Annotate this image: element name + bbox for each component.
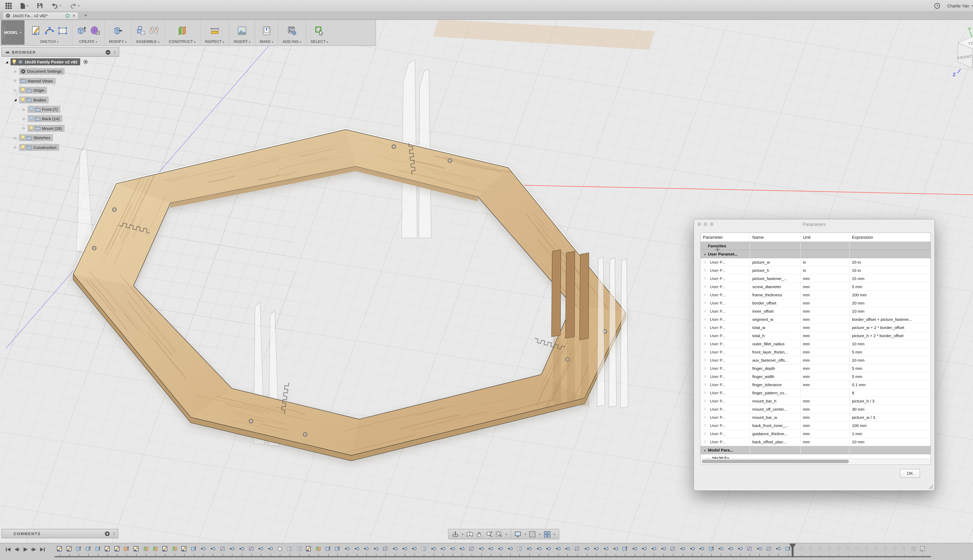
timeline-feature-sketch-icon[interactable] xyxy=(66,546,72,552)
play-icon[interactable] xyxy=(22,547,28,552)
look-at-icon[interactable] xyxy=(466,531,473,538)
minimize-window-icon[interactable] xyxy=(704,222,707,226)
timeline-feature-extrude-icon[interactable] xyxy=(622,546,628,552)
wood-frame-body[interactable] xyxy=(73,130,626,461)
timeline-feature-hole-icon[interactable] xyxy=(718,546,724,552)
param-expression[interactable]: picture_h + 2 * border_offset xyxy=(849,332,930,340)
timeline-feature-fillet-icon[interactable] xyxy=(575,546,580,552)
press-pull-icon[interactable] xyxy=(113,25,123,36)
select-icon[interactable] xyxy=(314,25,324,36)
timeline-feature-hole-icon[interactable] xyxy=(594,546,599,552)
param-expression[interactable]: 0.1 mm xyxy=(849,381,930,388)
timeline-feature-planes-icon[interactable] xyxy=(143,546,149,552)
toolbar-group-make[interactable]: MAKE ▼ xyxy=(255,20,278,45)
bulb-yellow-icon[interactable] xyxy=(12,59,16,65)
timeline-feature-hole-icon[interactable] xyxy=(527,546,532,552)
param-group-favorites[interactable]: Favorites xyxy=(700,242,931,250)
param-row-inner-offset[interactable]: ☆User P... inner_offset mm 10 mm xyxy=(700,307,931,315)
param-row-border-offset[interactable]: ☆User P... border_offset mm 20 mm xyxy=(700,299,931,307)
new-component-icon[interactable] xyxy=(136,25,146,36)
timeline-feature-fillet-icon[interactable] xyxy=(670,546,676,552)
timeline-feature-hole-icon[interactable] xyxy=(680,546,685,552)
step-back-icon[interactable] xyxy=(13,547,20,552)
close-window-icon[interactable] xyxy=(697,222,701,226)
display-settings-icon[interactable] xyxy=(515,531,522,538)
param-expression[interactable]: 20 in xyxy=(849,258,930,266)
timeline-feature-hole-icon[interactable] xyxy=(229,546,235,552)
folder-icon[interactable] xyxy=(27,98,32,102)
timeline-feature-hole-icon[interactable] xyxy=(363,546,369,552)
redo-button[interactable]: ▼ xyxy=(70,3,80,8)
param-row-total-h[interactable]: ☆User P... total_h mm picture_h + 2 * bo… xyxy=(700,332,931,340)
timeline-feature-hole-icon[interactable] xyxy=(450,546,455,552)
app-grid-icon[interactable] xyxy=(5,3,12,9)
timeline-feature-sketch-icon[interactable] xyxy=(920,546,926,552)
param-name[interactable]: back_front_inner_... xyxy=(750,422,801,429)
param-name[interactable]: aux_fastener_offs... xyxy=(750,356,801,364)
timeline-feature-hole-icon[interactable] xyxy=(392,546,398,552)
collapse-icon[interactable]: ◢ xyxy=(5,60,9,63)
param-name[interactable]: picture_fastener_... xyxy=(750,275,801,282)
timeline-feature-fillet-icon[interactable] xyxy=(383,546,388,552)
cube-icon[interactable] xyxy=(18,59,23,64)
timeline-feature-hole-icon[interactable] xyxy=(431,546,436,552)
expand-icon[interactable]: ▷ xyxy=(22,108,26,111)
param-name[interactable]: finger_depth xyxy=(750,364,801,372)
mount-bars[interactable] xyxy=(552,250,589,406)
timeline-feature-hole-icon[interactable] xyxy=(488,546,494,552)
favorite-star-icon[interactable]: ☆ xyxy=(703,356,707,364)
timeline-feature-fillet-icon[interactable] xyxy=(220,546,225,552)
browser-item-origin[interactable]: ▷Origin xyxy=(13,86,47,95)
param-expression[interactable]: 10 mm xyxy=(849,438,930,446)
timeline-feature-hole-icon[interactable] xyxy=(498,546,503,552)
grid-display-icon[interactable] xyxy=(529,531,536,538)
timeline-feature-hole-icon[interactable] xyxy=(565,546,570,552)
user-menu[interactable]: Charlie Yan▼ xyxy=(947,3,973,8)
step-forward-icon[interactable] xyxy=(31,547,37,552)
bulb-yellow-icon[interactable] xyxy=(21,135,25,140)
timeline-feature-mirror-icon[interactable] xyxy=(297,546,302,552)
param-expression[interactable]: 100 mm xyxy=(849,291,930,299)
favorite-star-icon[interactable]: ☆ xyxy=(703,258,707,266)
timeline-feature-hole-icon[interactable] xyxy=(737,546,743,552)
param-name[interactable]: mount_bar_w xyxy=(750,413,801,421)
favorite-star-icon[interactable]: ☆ xyxy=(703,389,707,397)
timeline-feature-hole-icon[interactable] xyxy=(757,546,762,552)
param-name[interactable]: outer_fillet_radius xyxy=(750,340,801,348)
param-row-aux-fastener-offs[interactable]: ☆User P... aux_fastener_offs... mm 10 mm xyxy=(700,356,931,364)
timeline-feature-hole-icon[interactable] xyxy=(555,546,561,552)
param-row-finger-depth[interactable]: ☆User P... finger_depth mm 5 mm xyxy=(700,364,931,373)
timeline-feature-extrude-icon[interactable] xyxy=(335,546,340,552)
timeline-feature-hole-icon[interactable] xyxy=(632,546,637,552)
param-expression[interactable]: 5 mm xyxy=(849,348,930,356)
param-name[interactable]: frame_thickness xyxy=(750,291,801,299)
folder-icon[interactable] xyxy=(27,145,32,149)
timeline-feature-hole-icon[interactable] xyxy=(661,546,666,552)
param-name[interactable]: picture_w xyxy=(750,258,801,266)
viewports-icon[interactable] xyxy=(544,531,551,538)
insert-image-icon[interactable] xyxy=(237,25,247,36)
collapse-icon[interactable]: ◢ xyxy=(13,98,18,102)
timeline-feature-mirror-icon[interactable] xyxy=(287,546,292,552)
folder-icon[interactable] xyxy=(27,135,32,140)
timeline-feature-hole-icon[interactable] xyxy=(440,546,446,552)
param-row-frame-thickness[interactable]: ☆User P... frame_thickness mm 100 mm xyxy=(700,291,931,299)
param-name[interactable]: finger_pattern_co... xyxy=(750,389,801,397)
timeline-feature-hole-icon[interactable] xyxy=(460,546,465,552)
collapse-panel-icon[interactable]: ◀◀ xyxy=(5,50,8,54)
param-expression[interactable]: 15 mm xyxy=(849,275,930,282)
timeline-feature-hole-icon[interactable] xyxy=(776,546,781,552)
param-expression[interactable]: 5 mm xyxy=(849,373,930,380)
param-row-finger-width[interactable]: ☆User P... finger_width mm 5 mm xyxy=(700,373,931,381)
favorite-star-icon[interactable]: ☆ xyxy=(703,397,707,405)
favorite-star-icon[interactable]: ☆ xyxy=(703,430,707,438)
timeline-feature-hole-icon[interactable] xyxy=(239,546,244,552)
timeline-feature-extrude-icon[interactable] xyxy=(709,546,714,552)
param-row-mount-off-center[interactable]: ☆User P... mount_off_center... mm 30 mm xyxy=(700,405,931,413)
favorite-star-icon[interactable]: ☆ xyxy=(703,422,707,429)
save-button[interactable] xyxy=(37,3,43,8)
timeline-feature-extrude-icon[interactable] xyxy=(76,546,82,552)
timeline-feature-move-icon[interactable] xyxy=(827,546,832,552)
panel-minimize-icon[interactable] xyxy=(105,50,110,55)
param-expression[interactable]: border_offset + picture_fastene... xyxy=(849,315,930,323)
